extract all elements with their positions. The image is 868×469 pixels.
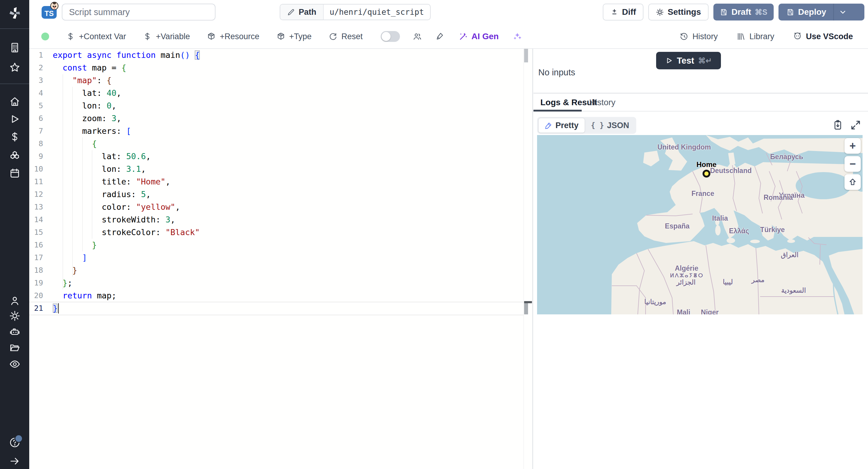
code-line[interactable]: 16 } <box>29 239 524 251</box>
line-number: 2 <box>29 61 43 74</box>
map-zoom-in-button[interactable]: + <box>844 138 861 154</box>
script-summary-input[interactable] <box>62 4 216 21</box>
code-editor[interactable]: 1export async function main() {2 const m… <box>29 49 524 469</box>
map-zoom-out-button[interactable]: − <box>844 156 861 172</box>
path-value[interactable]: u/henri/quiet_script <box>324 4 430 20</box>
sidebar-item-help[interactable] <box>9 437 21 448</box>
view-mode-pretty[interactable]: Pretty <box>538 118 585 133</box>
map-reset-view-button[interactable] <box>844 174 861 190</box>
deploy-label: Deploy <box>798 7 826 17</box>
sidebar-item-schedules[interactable] <box>9 167 21 179</box>
sidebar-item-users[interactable] <box>9 295 21 307</box>
toolbar-library-button[interactable]: Library <box>736 32 774 41</box>
chevron-down-icon[interactable] <box>839 8 847 16</box>
building-icon <box>9 42 21 53</box>
toolbar-use-vscode-button[interactable]: Use VScode <box>793 32 853 41</box>
code-line[interactable]: 1export async function main() { <box>29 49 524 61</box>
result-map[interactable]: United KingdomБеларусьDeutschlandУкраїна… <box>537 135 863 314</box>
code-text: strokeWidth: 3, <box>53 213 175 226</box>
code-line[interactable]: 10 lon: 3.1, <box>29 163 524 176</box>
sidebar-item-folders[interactable] <box>9 342 21 353</box>
code-line[interactable]: 5 lon: 0, <box>29 99 524 112</box>
no-inputs-text: No inputs <box>538 67 575 77</box>
code-text: color: "yellow", <box>53 201 180 213</box>
code-line[interactable]: 15 strokeColor: "Black" <box>29 226 524 239</box>
calendar-icon <box>9 167 21 179</box>
sidebar-item-variables[interactable] <box>9 131 21 143</box>
sidebar-item-favorites[interactable] <box>9 62 21 73</box>
editor-toolbar: +Context Var+Variable+Resource+TypeReset… <box>29 25 868 49</box>
toolbar-reset-button[interactable]: Reset <box>329 32 363 41</box>
sidebar-item-workspace[interactable] <box>9 42 21 53</box>
code-line[interactable]: 12 radius: 5, <box>29 188 524 201</box>
code-line[interactable]: 9 lat: 50.6, <box>29 150 524 163</box>
line-number: 9 <box>29 150 43 163</box>
code-line[interactable]: 17 ] <box>29 251 524 264</box>
line-number: 20 <box>29 289 43 302</box>
editor-scrollbar-handle[interactable] <box>524 49 528 62</box>
path-control[interactable]: Path u/henri/quiet_script <box>280 4 431 20</box>
fullscreen-icon[interactable] <box>850 119 861 131</box>
windmill-logo-icon[interactable] <box>8 7 21 20</box>
sidebar-item-runs[interactable] <box>9 113 21 125</box>
text-cursor <box>58 303 59 313</box>
code-text: radius: 5, <box>53 188 151 201</box>
sidebar-item-audit-logs[interactable] <box>9 358 21 370</box>
code-line[interactable]: 13 color: "yellow", <box>29 201 524 213</box>
map-marker[interactable] <box>703 170 710 178</box>
code-line[interactable]: 19 }; <box>29 277 524 289</box>
toolbar--type-button[interactable]: +Type <box>276 32 312 41</box>
copy-to-clipboard-icon[interactable] <box>832 119 843 131</box>
tab-logs-result[interactable]: Logs & Result <box>540 98 597 107</box>
code-line[interactable]: 3 "map": { <box>29 74 524 87</box>
code-line[interactable]: 6 zoom: 3, <box>29 112 524 125</box>
toolbar-history-button[interactable]: History <box>679 32 718 41</box>
active-tab-underline <box>533 110 582 112</box>
toolbar--resource-button[interactable]: +Resource <box>207 32 259 41</box>
people-icon[interactable] <box>412 32 422 41</box>
code-line[interactable]: 4 lat: 40, <box>29 87 524 99</box>
ai-gen-button[interactable]: AI Gen <box>458 32 498 41</box>
panel-divider[interactable] <box>532 49 533 469</box>
dollar-icon <box>9 131 21 143</box>
test-button[interactable]: Test ⌘↵ <box>656 52 721 69</box>
code-line[interactable]: 14 strokeWidth: 3, <box>29 213 524 226</box>
toolbar--context-var-button[interactable]: +Context Var <box>66 32 126 41</box>
dollar-icon <box>143 32 152 41</box>
sidebar-item-ai[interactable] <box>9 326 21 337</box>
braces-icon: { } <box>591 121 604 130</box>
result-view-toggle: Pretty{ }JSON <box>537 117 636 134</box>
draft-shortcut: ⌘S <box>755 8 767 17</box>
draft-button[interactable]: Draft ⌘S <box>713 4 774 21</box>
code-text: ] <box>53 251 87 264</box>
deploy-button[interactable]: Deploy <box>778 4 864 21</box>
sparkles-icon[interactable] <box>513 32 522 41</box>
diff-label: Diff <box>622 7 636 17</box>
code-text: lon: 3.1, <box>53 163 146 176</box>
code-line[interactable]: 7 markers: [ <box>29 125 524 137</box>
sidebar-item-settings[interactable] <box>9 310 21 322</box>
toolbar--variable-button[interactable]: +Variable <box>143 32 190 41</box>
sidebar-divider <box>0 84 29 84</box>
sidebar-item-home[interactable] <box>9 96 21 107</box>
code-line[interactable]: 8 { <box>29 137 524 150</box>
line-number: 11 <box>29 176 43 188</box>
code-line[interactable]: 20 return map; <box>29 289 524 302</box>
code-line[interactable]: 11 title: "Home", <box>29 176 524 188</box>
diff-mode-toggle[interactable] <box>381 31 400 42</box>
code-line[interactable]: 18 } <box>29 264 524 277</box>
code-line[interactable]: 21} <box>29 302 524 315</box>
sidebar-item-resources[interactable] <box>9 150 21 162</box>
sidebar-item-expand[interactable] <box>9 456 21 467</box>
boxes-icon <box>9 150 21 162</box>
diff-button[interactable]: Diff <box>603 4 644 21</box>
vscode-icon <box>793 32 802 41</box>
settings-button[interactable]: Settings <box>648 4 709 21</box>
package-icon <box>207 32 216 41</box>
code-line[interactable]: 2 const map = { <box>29 61 524 74</box>
brush-icon[interactable] <box>435 32 444 41</box>
view-mode-json[interactable]: { }JSON <box>585 118 635 133</box>
baby-emoji-badge <box>50 2 59 10</box>
code-text: lon: 0, <box>53 99 116 112</box>
tab-history[interactable]: History <box>589 98 615 107</box>
